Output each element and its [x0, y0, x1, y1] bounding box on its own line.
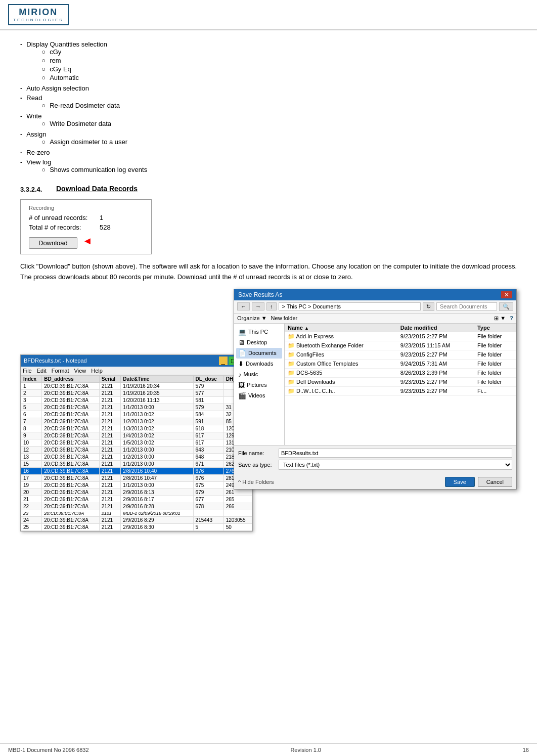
menu-edit[interactable]: Edit — [37, 368, 47, 374]
sidebar-item-music[interactable]: ♪Music — [236, 369, 282, 380]
unread-value: 1 — [100, 214, 103, 221]
viewlog-label: View log — [26, 158, 51, 166]
sub-item-reread: ○ Re-read Dosimeter data — [41, 102, 120, 109]
sidebar-item-pictures[interactable]: 🖼Pictures — [236, 380, 282, 390]
dialog-file-area: Name ▲ Date modified Type 📁 Add-in Expre… — [285, 324, 516, 445]
notepad-titlebar: BFDResults.txt - Notepad _ □ ✕ — [21, 355, 252, 367]
main-content: - Display Quantities selection ○ cGy ○ r… — [0, 30, 537, 542]
file-row[interactable]: 📁 Dell Downloads9/23/2015 2:27 PMFile fo… — [285, 377, 516, 386]
red-arrow-icon: ◄ — [82, 235, 93, 247]
list-item-write: - Write ○ Write Dosimeter data — [20, 112, 517, 128]
footer: MBD-1 Document No 2096 6832 Revision 1.0… — [0, 743, 537, 756]
list-item-assign: - Assign ○ Assign dosimeter to a user — [20, 130, 517, 147]
download-button[interactable]: Download — [29, 237, 77, 249]
dialog-body: 💻This PC🖥Desktop📄Documents⬇Downloads♪Mus… — [234, 324, 516, 445]
col-serial: Serial — [99, 375, 121, 382]
write-label: Write — [26, 112, 41, 120]
file-row[interactable]: 📁 DCS-56358/26/2013 2:39 PMFile folder — [285, 368, 516, 377]
nav-back-button[interactable]: ← — [237, 302, 250, 310]
dialog-titlebar: Save Results As ✕ — [234, 289, 516, 300]
sub-item-cgy: ○ cGy — [41, 48, 107, 56]
footer-left: MBD-1 Document No 2096 6832 — [8, 747, 89, 753]
download-container: Download ◄ — [29, 233, 77, 249]
menu-view[interactable]: View — [74, 368, 86, 374]
list-item-rezero: - Re-zero — [20, 149, 517, 156]
organize-button[interactable]: Organize ▼ — [237, 315, 267, 321]
file-row[interactable]: 📁 D..W..I.C..C..h..9/23/2015 2:27 PMFi..… — [285, 386, 516, 395]
display-sub-list: ○ cGy ○ rem ○ cGy Eq ○ Automatic — [41, 48, 107, 81]
file-row[interactable]: 📁 Custom Office Templates9/24/2015 7:31 … — [285, 359, 516, 368]
sidebar-item-desktop[interactable]: 🖥Desktop — [236, 337, 282, 348]
rezero-label: Re-zero — [26, 149, 50, 156]
path-bar[interactable]: > This PC > Documents — [279, 302, 421, 310]
sub-item-rem: ○ rem — [41, 57, 107, 64]
new-folder-button[interactable]: New folder — [271, 315, 298, 321]
logo-sub: TECHNOLOGIES — [13, 18, 64, 22]
section-heading: 3.3.2.4. Download Data Records — [20, 185, 517, 193]
sub-item-viewlog-shows: ○ Shows communication log events — [41, 166, 147, 173]
feature-list: - Display Quantities selection ○ cGy ○ r… — [20, 40, 517, 174]
menu-help[interactable]: Help — [91, 368, 103, 374]
col-bd: BD_address — [42, 375, 100, 382]
sub-item-assign-dosimeter: ○ Assign dosimeter to a user — [41, 138, 127, 146]
sidebar-item-downloads[interactable]: ⬇Downloads — [236, 359, 282, 369]
col-dt: Date&Time — [121, 375, 193, 382]
nav-refresh-button[interactable]: ↻ — [423, 302, 434, 311]
unread-label: # of unread records: — [29, 214, 100, 221]
section-title: Download Data Records — [56, 185, 138, 193]
header: MIRION TECHNOLOGIES — [0, 0, 537, 30]
view-toggle[interactable]: ⊞ ▼ — [494, 315, 506, 322]
savetype-label: Save as type: — [238, 462, 279, 468]
sidebar-item-documents[interactable]: 📄Documents — [236, 348, 282, 359]
save-button[interactable]: Save — [445, 477, 475, 487]
nav-up-button[interactable]: ↑ — [266, 302, 277, 310]
filename-label: File name: — [238, 450, 279, 456]
unread-row: # of unread records: 1 — [29, 214, 143, 221]
file-row[interactable]: 📁 Add-in Express9/23/2015 2:27 PMFile fo… — [285, 332, 516, 341]
recording-label: Recording — [29, 205, 143, 211]
sidebar-item-videos[interactable]: 🎬Videos — [236, 390, 282, 401]
dialog-toolbar: Organize ▼ New folder ⊞ ▼ ? — [234, 314, 516, 324]
auto-assign-label: Auto Assign selection — [26, 84, 89, 92]
search-button[interactable]: 🔍 — [499, 302, 513, 311]
save-dialog: Save Results As ✕ ← → ↑ > This PC > Docu… — [234, 289, 517, 490]
notepad-table: Index BD_address Serial Date&Time DL_dos… — [21, 375, 252, 531]
col-type: Type — [474, 324, 516, 332]
cancel-button[interactable]: Cancel — [478, 477, 512, 487]
files-table: Name ▲ Date modified Type 📁 Add-in Expre… — [285, 324, 516, 396]
menu-file[interactable]: File — [23, 368, 32, 374]
footer-page: 16 — [523, 747, 529, 753]
file-row[interactable]: 📁 Bluetooth Exchange Folder9/23/2015 11:… — [285, 341, 516, 350]
total-label: Total # of records: — [29, 224, 100, 231]
logo: MIRION TECHNOLOGIES — [8, 4, 69, 25]
total-value: 528 — [100, 224, 111, 231]
windows-section: BFDResults.txt - Notepad _ □ ✕ File Edit… — [20, 289, 517, 531]
notepad-title: BFDResults.txt - Notepad — [24, 358, 87, 364]
dialog-close-button[interactable]: ✕ — [501, 291, 512, 298]
dialog-sidebar: 💻This PC🖥Desktop📄Documents⬇Downloads♪Mus… — [234, 324, 285, 445]
sidebar-item-this-pc[interactable]: 💻This PC — [236, 327, 282, 337]
sub-item-cgy-eq: ○ cGy Eq — [41, 65, 107, 73]
assign-label: Assign — [26, 130, 46, 138]
dialog-nav: ← → ↑ > This PC > Documents ↻ 🔍 — [234, 300, 516, 314]
search-input[interactable] — [436, 302, 497, 310]
action-buttons: Save Cancel — [445, 477, 512, 487]
col-modified: Date modified — [397, 324, 474, 332]
hide-folders-button[interactable]: ^ Hide Folders — [238, 479, 274, 485]
notepad-minimize[interactable]: _ — [219, 357, 228, 365]
dialog-title: Save Results As — [238, 291, 282, 298]
file-row[interactable]: 📁 ConfigFiles9/23/2015 2:27 PMFile folde… — [285, 350, 516, 359]
savetype-row: Save as type: Text files (*.txt) — [238, 460, 512, 470]
total-row: Total # of records: 528 — [29, 224, 143, 231]
col-name: Name ▲ — [285, 324, 397, 332]
filename-input[interactable] — [279, 449, 512, 458]
dialog-bottom: File name: Save as type: Text files (*.t… — [234, 445, 516, 475]
dialog-footer: ^ Hide Folders Save Cancel — [234, 475, 516, 489]
sub-item-write-dosimeter: ○ Write Dosimeter data — [41, 120, 111, 127]
menu-format[interactable]: Format — [52, 368, 69, 374]
list-item-read: - Read ○ Re-read Dosimeter data — [20, 94, 517, 110]
col-dl: DL_dose — [193, 375, 223, 382]
nav-forward-button[interactable]: → — [252, 302, 264, 310]
paragraph-text: Click "Download" button (shown above). T… — [20, 261, 517, 283]
savetype-select[interactable]: Text files (*.txt) — [279, 460, 512, 470]
